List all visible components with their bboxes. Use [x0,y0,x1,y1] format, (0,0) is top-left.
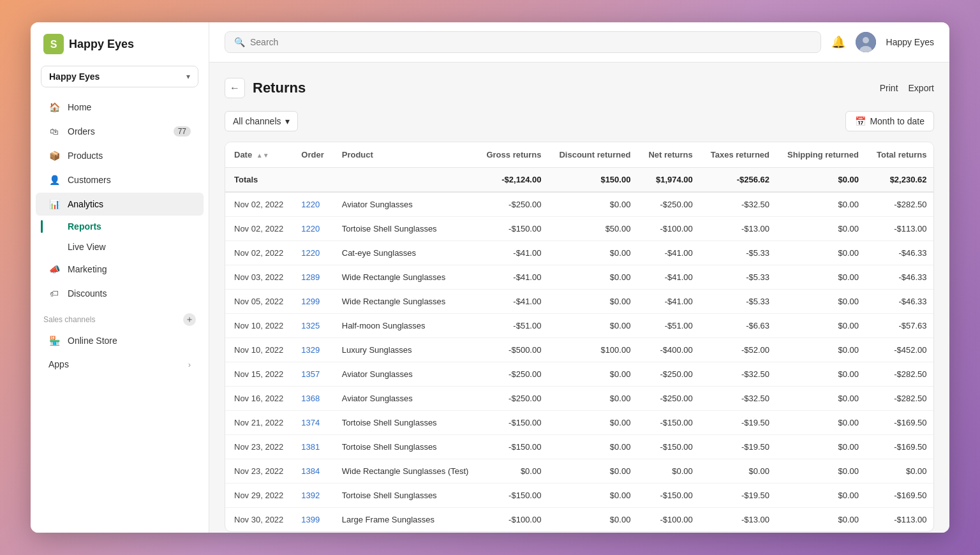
totals-shipping-returned: $0.00 [778,168,868,193]
order-link: 1357 [301,369,320,379]
totals-discount-returned: $150.00 [550,168,639,193]
col-header-gross-returns: Gross returns [477,142,550,168]
date-range-button[interactable]: 📅 Month to date [845,111,934,131]
cell-total-returns: -$169.50 [868,484,934,508]
cell-gross-returns: $0.00 [477,459,550,484]
print-button[interactable]: Print [880,83,898,93]
store-selector[interactable]: Happy Eyes ▾ [41,66,198,87]
sidebar-item-home[interactable]: 🏠 Home [36,96,204,119]
cell-order[interactable]: 1381 [292,435,332,459]
table-row: Nov 23, 2022 1384 Wide Rectangle Sunglas… [225,459,934,484]
cell-taxes-returned: -$32.50 [702,387,778,411]
search-input[interactable] [250,37,812,47]
cell-order[interactable]: 1289 [292,265,332,290]
export-button[interactable]: Export [909,83,934,93]
col-header-net-returns: Net returns [639,142,701,168]
cell-order[interactable]: 1392 [292,484,332,508]
cell-discount-returned: $0.00 [550,508,639,532]
cell-order[interactable]: 1368 [292,387,332,411]
sidebar-item-label: Marketing [68,264,107,274]
table-row: Nov 16, 2022 1368 Aviator Sunglasses -$2… [225,387,934,411]
cell-discount-returned: $0.00 [550,411,639,435]
search-bar[interactable]: 🔍 [225,31,821,53]
cell-order[interactable]: 1299 [292,290,332,314]
cell-taxes-returned: -$32.50 [702,362,778,387]
cell-net-returns: -$150.00 [639,411,701,435]
totals-label: Totals [225,168,292,193]
sidebar-item-analytics[interactable]: 📊 Analytics [36,193,204,216]
svg-text:S: S [50,39,57,50]
app-header: 🔍 🔔 Happy Eyes [209,22,949,63]
cell-product: Wide Rectangle Sunglasses [333,265,478,290]
sidebar-item-reports[interactable]: Reports [36,217,204,236]
table-row: Nov 30, 2022 1399 Large Frame Sunglasses… [225,508,934,532]
cell-order[interactable]: 1399 [292,508,332,532]
reports-label: Reports [68,221,101,232]
order-link: 1381 [301,442,320,452]
discounts-icon: 🏷 [48,288,60,299]
cell-order[interactable]: 1325 [292,314,332,338]
add-sales-channel-icon[interactable]: ＋ [183,313,196,326]
cell-order[interactable]: 1329 [292,338,332,362]
table-row: Nov 23, 2022 1381 Tortoise Shell Sunglas… [225,435,934,459]
cell-date: Nov 29, 2022 [225,484,292,508]
page-header: ← Returns Print Export [225,78,934,98]
cell-order[interactable]: 1220 [292,241,332,265]
cell-order[interactable]: 1384 [292,459,332,484]
table-row: Nov 21, 2022 1374 Tortoise Shell Sunglas… [225,411,934,435]
cell-total-returns: -$113.00 [868,217,934,241]
cell-date: Nov 23, 2022 [225,459,292,484]
totals-taxes-returned: -$256.62 [702,168,778,193]
cell-gross-returns: -$150.00 [477,435,550,459]
back-button[interactable]: ← [225,78,245,98]
cell-discount-returned: $0.00 [550,241,639,265]
col-header-order: Order [292,142,332,168]
sidebar-item-customers[interactable]: 👤 Customers [36,168,204,191]
col-header-date: Date ▲▼ [225,142,292,168]
sidebar: S Happy Eyes Happy Eyes ▾ 🏠 Home 🛍 Order… [31,22,209,533]
date-range-label: Month to date [870,116,924,126]
cell-order[interactable]: 1220 [292,217,332,241]
channel-filter-button[interactable]: All channels ▾ [225,111,298,131]
cell-product: Aviator Sunglasses [333,387,478,411]
sidebar-item-live-view[interactable]: Live View [36,237,204,256]
cell-product: Aviator Sunglasses [333,362,478,387]
cell-net-returns: -$100.00 [639,508,701,532]
cell-gross-returns: -$500.00 [477,338,550,362]
cell-order[interactable]: 1374 [292,411,332,435]
sidebar-item-discounts[interactable]: 🏷 Discounts [36,282,204,305]
col-header-shipping-returned: Shipping returned [778,142,868,168]
order-link: 1368 [301,394,320,403]
cell-total-returns: -$282.50 [868,387,934,411]
channel-filter-label: All channels [233,116,281,126]
cell-total-returns: -$282.50 [868,192,934,217]
sidebar-item-orders[interactable]: 🛍 Orders 77 [36,120,204,143]
sidebar-item-marketing[interactable]: 📣 Marketing [36,258,204,281]
sidebar-item-online-store[interactable]: 🏪 Online Store [36,329,204,352]
store-selector-name: Happy Eyes [49,71,100,82]
bell-icon[interactable]: 🔔 [831,35,845,49]
marketing-icon: 📣 [48,263,60,275]
cell-shipping-returned: $0.00 [778,387,868,411]
cell-product: Tortoise Shell Sunglasses [333,484,478,508]
cell-product: Luxury Sunglasses [333,338,478,362]
cell-taxes-returned: -$5.33 [702,265,778,290]
sidebar-item-apps[interactable]: Apps › [36,353,204,375]
cell-shipping-returned: $0.00 [778,290,868,314]
cell-net-returns: -$250.00 [639,192,701,217]
cell-order[interactable]: 1220 [292,192,332,217]
col-header-taxes-returned: Taxes returned [702,142,778,168]
sort-icon: ▲▼ [256,152,269,159]
sidebar-item-label: Customers [68,175,111,185]
sidebar-item-label: Products [68,151,103,161]
cell-order[interactable]: 1357 [292,362,332,387]
cell-product: Half-moon Sunglasses [333,314,478,338]
table-header-row: Date ▲▼ Order Product Gross returns Disc… [225,142,934,168]
home-icon: 🏠 [48,101,60,113]
cell-taxes-returned: -$5.33 [702,290,778,314]
order-link: 1329 [301,345,320,355]
cell-discount-returned: $0.00 [550,435,639,459]
cell-total-returns: -$57.63 [868,314,934,338]
sidebar-item-products[interactable]: 📦 Products [36,144,204,167]
cell-shipping-returned: $0.00 [778,484,868,508]
